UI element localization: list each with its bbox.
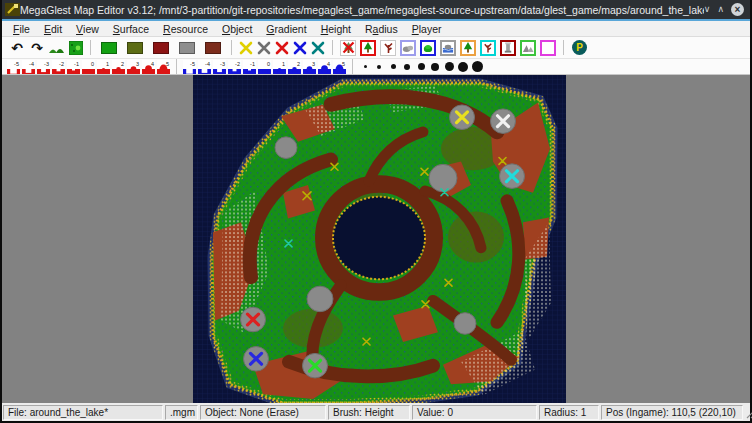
object-none-erase-button[interactable] [340, 40, 356, 56]
close-icon[interactable]: × [731, 3, 744, 16]
object-invisible-blocking-button[interactable] [540, 40, 556, 56]
svg-text:-5: -5 [190, 61, 195, 67]
radius-dot [458, 62, 468, 72]
gradient-brush--4[interactable]: -4 [198, 60, 211, 74]
svg-text:1: 1 [282, 61, 285, 67]
title-bar[interactable]: MegaGlest Map Editor v3.12; /mnt/3-parti… [2, 0, 750, 19]
map-canvas[interactable] [193, 75, 566, 403]
height-brush--2[interactable]: -2 [52, 60, 65, 74]
radius-2-button[interactable] [373, 60, 386, 73]
gradient-brush-0[interactable]: 0 [258, 60, 271, 74]
gradient-brush-4[interactable]: 4 [318, 60, 331, 74]
surface-road-button[interactable] [150, 42, 172, 54]
surface-stone-button[interactable] [176, 42, 198, 54]
app-icon [5, 3, 20, 16]
gradient-brush--1[interactable]: -1 [243, 60, 256, 74]
surface-secondary-grass-button[interactable] [124, 42, 146, 54]
object-water-object-button[interactable] [440, 40, 456, 56]
menu-player[interactable]: Player [405, 21, 449, 36]
height-brush-4[interactable]: 4 [142, 60, 155, 74]
gradient-brush-5[interactable]: 5 [333, 60, 346, 74]
object-statue-button[interactable] [500, 40, 516, 56]
object-big-tree-button[interactable] [460, 40, 476, 56]
menu-object[interactable]: Object [215, 21, 259, 36]
player-white [491, 109, 516, 134]
height-brush-3[interactable]: 3 [127, 60, 140, 74]
object-mountain-button[interactable] [520, 40, 536, 56]
svg-text:3: 3 [136, 61, 139, 67]
status-extension: .mgm [165, 405, 198, 420]
surface-swatch [101, 42, 117, 54]
player-yellow [450, 105, 475, 130]
svg-text:-1: -1 [250, 61, 255, 67]
svg-text:0: 0 [267, 61, 270, 67]
surface-swatch [127, 42, 143, 54]
status-bar: File: around_the_lake*.mgmObject: None (… [2, 403, 750, 421]
svg-text:-3: -3 [44, 61, 49, 67]
svg-text:-1: -1 [74, 61, 79, 67]
resize-grip[interactable] [745, 406, 752, 419]
radius-dot [364, 65, 367, 68]
surface-swatch [179, 42, 195, 54]
player-positions-button[interactable]: P [572, 40, 587, 55]
height-brush--4[interactable]: -4 [22, 60, 35, 74]
menu-edit[interactable]: Edit [37, 21, 69, 36]
radius-7-button[interactable] [443, 60, 456, 73]
redo-button[interactable]: ↷ [29, 40, 45, 56]
height-hills-button[interactable] [49, 41, 65, 55]
radius-dot [445, 62, 454, 71]
resource-custom-3-button[interactable] [311, 41, 325, 55]
menu-gradient[interactable]: Gradient [259, 21, 313, 36]
status-brush: Brush: Height [328, 405, 410, 420]
lake [333, 197, 425, 279]
menu-resource[interactable]: Resource [156, 21, 215, 36]
gradient-brush-1[interactable]: 1 [273, 60, 286, 74]
height-brush-0[interactable]: 0 [82, 60, 95, 74]
surface-ground-button[interactable] [202, 42, 224, 54]
radius-3-button[interactable] [387, 60, 400, 73]
object-stone-button[interactable] [400, 40, 416, 56]
radius-8-button[interactable] [457, 60, 470, 73]
app-window: MegaGlest Map Editor v3.12; /mnt/3-parti… [0, 0, 752, 423]
radius-4-button[interactable] [401, 60, 414, 73]
height-brush--1[interactable]: -1 [67, 60, 80, 74]
height-brush-5[interactable]: 5 [157, 60, 170, 74]
minimize-icon[interactable]: ∨ [704, 5, 711, 14]
object-dead-tree-button[interactable] [380, 40, 396, 56]
gradient-brush--3[interactable]: -3 [213, 60, 226, 74]
surface-grass-button[interactable] [98, 42, 120, 54]
svg-text:-4: -4 [29, 61, 34, 67]
menu-view[interactable]: View [69, 21, 106, 36]
height-brush--5[interactable]: -5 [7, 60, 20, 74]
resource-stone-button[interactable] [257, 41, 271, 55]
gradient-brush--5[interactable]: -5 [183, 60, 196, 74]
player-red [241, 307, 266, 332]
status-pos: Pos (Ingame): 110,5 (220,10) [601, 405, 743, 420]
object-hanging-branches-button[interactable] [480, 40, 496, 56]
gradient-brush-3[interactable]: 3 [303, 60, 316, 74]
radius-5-button[interactable] [415, 60, 428, 73]
radius-9-button[interactable] [471, 60, 484, 73]
height-brush-1[interactable]: 1 [97, 60, 110, 74]
radius-1-button[interactable] [359, 60, 372, 73]
menu-surface[interactable]: Surface [106, 21, 156, 36]
height-brush-2[interactable]: 2 [112, 60, 125, 74]
svg-text:2: 2 [121, 61, 124, 67]
object-bush-button[interactable] [420, 40, 436, 56]
radius-6-button[interactable] [429, 60, 442, 73]
undo-button[interactable]: ↶ [9, 40, 25, 56]
random-surface-button[interactable] [69, 41, 83, 55]
gradient-brush-2[interactable]: 2 [288, 60, 301, 74]
radius-dot [391, 64, 396, 69]
menu-radius[interactable]: Radius [358, 21, 405, 36]
menu-file[interactable]: File [6, 21, 37, 36]
menu-height[interactable]: Height [314, 21, 358, 36]
resource-custom-1-button[interactable] [275, 41, 289, 55]
maximize-icon[interactable]: ∧ [717, 5, 724, 14]
object-tree-button[interactable] [360, 40, 376, 56]
gradient-brush--2[interactable]: -2 [228, 60, 241, 74]
resource-custom-2-button[interactable] [293, 41, 307, 55]
radius-dot [431, 63, 439, 71]
height-brush--3[interactable]: -3 [37, 60, 50, 74]
resource-gold-button[interactable] [239, 41, 253, 55]
